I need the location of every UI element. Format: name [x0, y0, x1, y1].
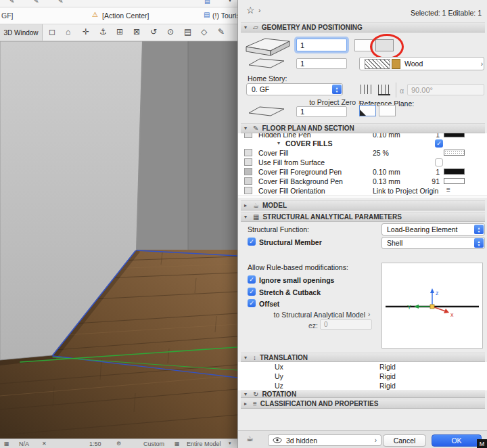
section-classification-header[interactable]: ▸ ≡ CLASSIFICATION AND PROPERTIES — [241, 399, 485, 409]
translation-row-uy[interactable]: Uy Rigid — [238, 372, 487, 382]
wall-thickness-input[interactable]: 1 — [296, 39, 347, 51]
parameter-row-cover-fill[interactable]: Cover Fill 25 % — [238, 148, 487, 158]
group-label: COVER FILLS — [285, 139, 332, 148]
section-geometry-header[interactable]: ▾ ▱ GEOMETRY AND POSITIONING — [241, 22, 485, 32]
structural-member-checkbox[interactable]: ✓ — [248, 238, 256, 246]
parameter-row-use-fill-from-surface[interactable]: Use Fill from Surface — [238, 158, 487, 168]
structural-function-select[interactable]: Load-Bearing Element ▲▼ — [381, 223, 485, 236]
reference-line-icon[interactable] — [361, 85, 373, 94]
building-material-dropdown[interactable]: Wood › — [359, 57, 484, 70]
row-pen[interactable]: 91 — [413, 177, 440, 185]
notification-label[interactable]: (!) Touris — [212, 12, 237, 20]
favorites-pot-icon[interactable]: ☕ — [246, 434, 254, 443]
translation-row-uz[interactable]: Uz Rigid — [238, 381, 487, 391]
statusbar-scale[interactable]: 1:50 — [89, 441, 101, 447]
statusbar-gear-icon[interactable]: ⚙ — [116, 441, 121, 447]
quick-access-bar: GF] ⚠ [Action Center] ▤ (!) Touris — [0, 7, 237, 24]
offset-checkbox[interactable]: ✓ — [248, 299, 256, 307]
3d-toolbar-icon[interactable]: ↺ — [150, 27, 157, 37]
3d-toolbar-icon[interactable]: ⊙ — [167, 27, 174, 37]
ok-button[interactable]: OK — [432, 434, 482, 447]
statusbar-na: N/A — [19, 441, 29, 447]
pen-swatch[interactable] — [444, 178, 465, 184]
parameter-row-cover-fill-foreground-pen[interactable]: Cover Fill Foreground Pen 0.10 mm 1 — [238, 167, 487, 177]
disclosure-triangle-icon: ▾ — [244, 214, 250, 220]
favorites-chevron-icon[interactable]: › — [258, 7, 260, 14]
pen-tool-tab-icon[interactable]: ✎ — [34, 0, 39, 5]
caret-down-icon[interactable]: ▾ — [229, 0, 231, 3]
3d-toolbar-icon[interactable]: ✛ — [83, 27, 89, 37]
row-value[interactable]: Rigid — [379, 382, 396, 390]
to-structural-analytical-model-button[interactable]: to Structural Analytical Model — [265, 311, 365, 319]
cancel-button[interactable]: Cancel — [383, 434, 426, 447]
visibility-dropdown[interactable]: 3d hidden › — [268, 434, 381, 446]
row-value[interactable]: Rigid — [379, 363, 396, 371]
gf-tab-label[interactable]: GF] — [1, 12, 14, 20]
doc-tab-icon[interactable]: ▤ — [204, 0, 210, 5]
statusbar-close-icon[interactable]: ✕ — [42, 441, 47, 447]
3d-toolbar-icon[interactable]: ✎ — [218, 27, 225, 37]
material-hatch-swatch — [365, 59, 390, 69]
row-value[interactable]: Link to Project Origin — [373, 187, 438, 195]
3d-toolbar-icon[interactable]: ⚓ — [99, 27, 107, 37]
row-label: Use Fill from Surface — [258, 158, 325, 166]
disclosure-triangle-icon: ▾ — [244, 355, 250, 361]
section-floorplan-title: FLOOR PLAN AND SECTION — [262, 125, 354, 132]
wall-height-input[interactable]: 1 — [296, 58, 347, 69]
ez-input: 0 — [320, 319, 372, 330]
3d-toolbar-icon[interactable]: ◇ — [201, 27, 207, 37]
home-story-select[interactable]: 0. GF ▲▼ — [246, 83, 343, 95]
parameter-row-cover-fill-orientation[interactable]: Cover Fill Orientation Link to Project O… — [238, 186, 487, 196]
3d-viewport[interactable] — [0, 41, 237, 439]
pen-icon — [244, 177, 252, 185]
3d-toolbar-icon[interactable]: ⊞ — [116, 27, 123, 37]
disclosure-triangle-icon: ▾ — [244, 125, 250, 131]
parameter-row-cover-fill-background-pen[interactable]: Cover Fill Background Pen 0.13 mm 91 — [238, 177, 487, 187]
statusbar-grid-icon[interactable]: ▦ — [4, 441, 9, 447]
3d-toolbar-icon[interactable]: ⊠ — [133, 27, 140, 37]
orientation-lines-icon[interactable]: ≡ — [446, 186, 450, 194]
use-fill-from-surface-checkbox[interactable] — [435, 158, 443, 166]
row-pen[interactable]: 1 — [413, 133, 440, 139]
tab-3d-window[interactable]: 3D Window — [0, 24, 43, 41]
row-value[interactable]: 0.13 mm — [373, 177, 400, 185]
statusbar-layer-combo[interactable]: Custom — [143, 441, 164, 447]
favorites-star-button[interactable]: ☆ — [246, 5, 255, 16]
section-model-header[interactable]: ▸ ☕ MODEL — [241, 200, 485, 210]
section-rotation-header[interactable]: ▾ ↻ ROTATION — [241, 390, 485, 398]
3d-toolbar-icon[interactable]: ▤ — [184, 27, 191, 37]
reference-plane-alt-button[interactable] — [379, 105, 396, 116]
row-pen[interactable]: 1 — [413, 168, 440, 176]
structural-member-select[interactable]: Shell ▲▼ — [381, 237, 485, 249]
row-label: Uy — [275, 372, 283, 380]
section-floorplan-header[interactable]: ▾ ✎ FLOOR PLAN AND SECTION — [241, 123, 485, 133]
ignore-small-openings-checkbox[interactable]: ✓ — [248, 275, 256, 284]
action-center-warning-icon: ⚠ — [92, 11, 98, 18]
fill-swatch[interactable] — [444, 150, 465, 156]
stretch-cutback-checkbox[interactable]: ✓ — [248, 288, 256, 296]
pen-swatch[interactable] — [444, 133, 465, 137]
group-row-cover-fills[interactable]: ▾ COVER FILLS ✓ — [238, 139, 487, 149]
archicad-window: ✎ ✎ ✎ ▤ ▾ GF] ⚠ [Action Center] ▤ (!) To… — [0, 0, 487, 448]
statusbar-caret-icon[interactable]: ▾ — [229, 441, 231, 446]
pen-tool-tab-icon[interactable]: ✎ — [58, 0, 64, 5]
statusbar-model-icon[interactable]: ▦ — [175, 441, 180, 447]
pen-tool-tab-icon[interactable]: ✎ — [9, 0, 15, 5]
row-value[interactable]: 0.10 mm — [373, 168, 400, 176]
translation-row-ux[interactable]: Ux Rigid — [238, 362, 487, 372]
reference-line-alt-icon[interactable] — [378, 85, 390, 95]
section-structural-header[interactable]: ▾ ▦ STRUCTURAL ANALYTICAL PARAMETERS — [241, 212, 485, 222]
base-offset-input[interactable]: 1 — [296, 106, 347, 117]
section-translation-header[interactable]: ▾ ↕ TRANSLATION — [241, 353, 485, 362]
cover-fills-checkbox[interactable]: ✓ — [435, 139, 443, 148]
3d-toolbar-icon[interactable]: ◻ — [49, 27, 55, 37]
statusbar-model-filter[interactable]: Entire Model — [187, 441, 221, 447]
pen-swatch[interactable] — [444, 169, 465, 175]
row-value[interactable]: 25 % — [373, 149, 389, 157]
action-center-button[interactable]: [Action Center] — [102, 12, 149, 20]
3d-toolbar-icon[interactable]: ⌂ — [66, 27, 70, 37]
to-sam-chevron-icon[interactable]: › — [368, 311, 370, 318]
row-value[interactable]: 0.10 mm — [373, 133, 400, 139]
pen-icon — [244, 133, 252, 138]
row-value[interactable]: Rigid — [379, 372, 396, 380]
